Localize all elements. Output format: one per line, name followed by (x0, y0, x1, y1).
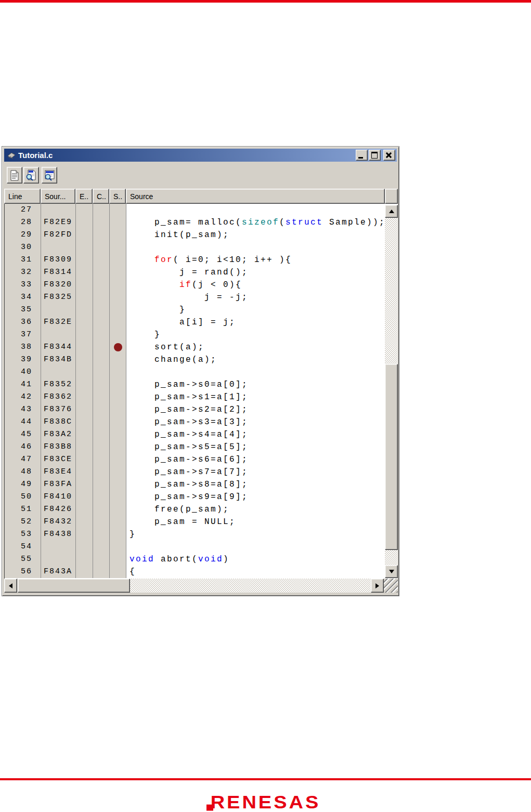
column-header-source[interactable]: Source (126, 189, 385, 204)
scroll-down-button[interactable] (385, 565, 398, 578)
event-column-cell[interactable] (76, 266, 93, 279)
table-row[interactable]: 43F8376 p_sam->s2=a[2]; (5, 403, 385, 416)
breakpoint-column-cell[interactable] (110, 491, 126, 503)
event-column-cell[interactable] (76, 416, 93, 428)
event-column-cell[interactable] (76, 428, 93, 441)
coverage-column-cell[interactable] (93, 254, 110, 266)
event-column-cell[interactable] (76, 391, 93, 403)
breakpoint-column-cell[interactable] (110, 466, 126, 478)
coverage-column-cell[interactable] (93, 266, 110, 279)
breakpoint-column-cell[interactable] (110, 329, 126, 341)
coverage-column-cell[interactable] (93, 391, 110, 403)
event-column-cell[interactable] (76, 466, 93, 478)
breakpoint-column-cell[interactable] (110, 204, 126, 216)
event-column-cell[interactable] (76, 541, 93, 553)
event-column-cell[interactable] (76, 516, 93, 528)
table-row[interactable]: 38F8344 sort(a); (5, 341, 385, 353)
breakpoint-icon[interactable] (114, 343, 122, 351)
event-column-cell[interactable] (76, 566, 93, 578)
maximize-button[interactable] (369, 150, 381, 161)
event-column-cell[interactable] (76, 403, 93, 416)
show-source-button[interactable] (7, 167, 22, 184)
column-header-coverage[interactable]: C.. (93, 189, 109, 204)
table-row[interactable]: 41F8352 p_sam->s0=a[0]; (5, 378, 385, 391)
table-row[interactable]: 51F8426 free(p_sam); (5, 503, 385, 516)
coverage-column-cell[interactable] (93, 216, 110, 229)
breakpoint-column-cell[interactable] (110, 391, 126, 403)
event-column-cell[interactable] (76, 478, 93, 491)
show-mixed-display-button[interactable] (42, 167, 57, 184)
vertical-scroll-track[interactable] (385, 218, 398, 364)
window-icon[interactable] (7, 151, 16, 160)
column-header-event[interactable]: E.. (75, 189, 93, 204)
coverage-column-cell[interactable] (93, 503, 110, 516)
table-row[interactable]: 44F838C p_sam->s3=a[3]; (5, 416, 385, 428)
table-row[interactable]: 31F8309 for( i=0; i<10; i++ ){ (5, 254, 385, 266)
column-header-breakpoint[interactable]: S.. (109, 189, 126, 204)
breakpoint-column-cell[interactable] (110, 478, 126, 491)
table-row[interactable]: 36F832E a[i] = j; (5, 316, 385, 329)
event-column-cell[interactable] (76, 229, 93, 241)
event-column-cell[interactable] (76, 341, 93, 353)
vertical-scroll-track-lower[interactable] (385, 550, 398, 565)
breakpoint-column-cell[interactable] (110, 254, 126, 266)
horizontal-scroll-track[interactable] (130, 579, 371, 593)
table-row[interactable]: 45F83A2 p_sam->s4=a[4]; (5, 428, 385, 441)
breakpoint-column-cell[interactable] (110, 291, 126, 304)
coverage-column-cell[interactable] (93, 291, 110, 304)
breakpoint-column-cell[interactable] (110, 553, 126, 566)
breakpoint-column-cell[interactable] (110, 503, 126, 516)
breakpoint-column-cell[interactable] (110, 353, 126, 366)
breakpoint-column-cell[interactable] (110, 304, 126, 316)
close-button[interactable] (383, 150, 395, 161)
table-row[interactable]: 33F8320 if(j < 0){ (5, 279, 385, 291)
event-column-cell[interactable] (76, 316, 93, 329)
event-column-cell[interactable] (76, 366, 93, 378)
breakpoint-column-cell[interactable] (110, 229, 126, 241)
breakpoint-column-cell[interactable] (110, 516, 126, 528)
vertical-scroll-thumb[interactable] (385, 364, 398, 550)
event-column-cell[interactable] (76, 304, 93, 316)
table-row[interactable]: 30 (5, 241, 385, 254)
table-row[interactable]: 40 (5, 366, 385, 378)
breakpoint-column-cell[interactable] (110, 366, 126, 378)
scroll-left-button[interactable] (4, 579, 17, 593)
coverage-column-cell[interactable] (93, 516, 110, 528)
breakpoint-column-cell[interactable] (110, 403, 126, 416)
coverage-column-cell[interactable] (93, 541, 110, 553)
coverage-column-cell[interactable] (93, 428, 110, 441)
event-column-cell[interactable] (76, 491, 93, 503)
find-in-source-button[interactable] (23, 167, 39, 184)
table-row[interactable]: 54 (5, 541, 385, 553)
coverage-column-cell[interactable] (93, 466, 110, 478)
coverage-column-cell[interactable] (93, 416, 110, 428)
coverage-column-cell[interactable] (93, 453, 110, 466)
vertical-scrollbar[interactable] (385, 204, 398, 579)
table-row[interactable]: 37 } (5, 329, 385, 341)
coverage-column-cell[interactable] (93, 378, 110, 391)
column-header-source-address[interactable]: Sour... (41, 189, 75, 204)
scroll-right-button[interactable] (371, 579, 384, 593)
table-row[interactable]: 50F8410 p_sam->s9=a[9]; (5, 491, 385, 503)
horizontal-scrollbar[interactable] (4, 579, 384, 593)
table-row[interactable]: 55void abort(void) (5, 553, 385, 566)
event-column-cell[interactable] (76, 254, 93, 266)
coverage-column-cell[interactable] (93, 441, 110, 453)
coverage-column-cell[interactable] (93, 279, 110, 291)
table-row[interactable]: 29F82FD init(p_sam); (5, 229, 385, 241)
event-column-cell[interactable] (76, 528, 93, 541)
column-header-line[interactable]: Line (4, 189, 41, 204)
horizontal-scroll-thumb[interactable] (18, 579, 130, 593)
breakpoint-column-cell[interactable] (110, 566, 126, 578)
table-row[interactable]: 53F8438} (5, 528, 385, 541)
breakpoint-column-cell[interactable] (110, 316, 126, 329)
event-column-cell[interactable] (76, 329, 93, 341)
breakpoint-column-cell[interactable] (110, 416, 126, 428)
table-row[interactable]: 32F8314 j = rand(); (5, 266, 385, 279)
breakpoint-column-cell[interactable] (110, 441, 126, 453)
breakpoint-column-cell[interactable] (110, 216, 126, 229)
scroll-up-button[interactable] (385, 205, 398, 218)
table-row[interactable]: 27 (5, 204, 385, 216)
breakpoint-column-cell[interactable] (110, 428, 126, 441)
event-column-cell[interactable] (76, 241, 93, 254)
